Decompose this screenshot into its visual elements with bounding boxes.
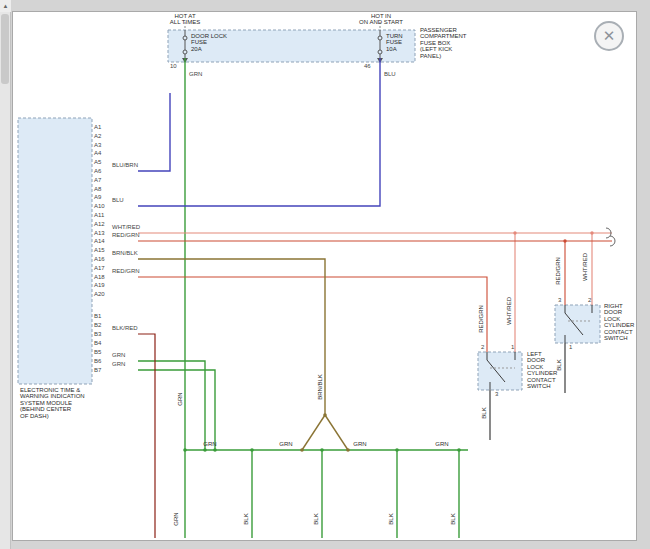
module-wire-label: BLU/BRN	[112, 162, 138, 168]
module-wire-label: GRN	[112, 361, 125, 367]
module-pin-label: A5	[94, 159, 101, 165]
module-pin-label: A8	[94, 186, 101, 192]
bus-label-grn-3: GRN	[350, 441, 370, 447]
right-switch-pin-1: 1	[569, 344, 572, 350]
module-pin-label: B6	[94, 358, 101, 364]
module-pin-label: A20	[94, 291, 105, 297]
door-lock-fuse-label: DOOR LOCK FUSE 20A	[191, 33, 227, 52]
module-label: ELECTRONIC TIME & WARNING INDICATION SYS…	[20, 387, 85, 419]
connector-marks	[606, 228, 615, 246]
wire-brnblk	[138, 259, 348, 450]
module-wire-label: RED/GRN	[112, 268, 140, 274]
wire-blubrn	[138, 93, 170, 171]
wire-blu-fuse	[138, 58, 380, 206]
left-switch-pin-1: 1	[511, 344, 514, 350]
diagram-viewer-window: HOT AT ALL TIMES HOT IN ON AND START DOO…	[0, 0, 650, 549]
left-switch-label: LEFT DOOR LOCK CYLINDER CONTACT SWITCH	[527, 351, 557, 390]
left-switch-pin-3: 3	[495, 391, 498, 397]
module-wire-label: WHT/RED	[112, 224, 140, 230]
module-pin-label: B3	[94, 331, 101, 337]
scrollbar-thumb[interactable]	[1, 14, 9, 84]
wire-label-blk-left-switch: BLK	[481, 396, 487, 430]
fuse-pin-10: 10	[170, 63, 177, 69]
hot-in-on-start-label: HOT IN ON AND START	[350, 13, 412, 26]
module-pin-label: A12	[94, 221, 105, 227]
bus-label-grn-4: GRN	[432, 441, 452, 447]
wire-label-blk-4: BLK	[450, 502, 456, 536]
module-pin-label: B7	[94, 367, 101, 373]
module-pin-label: A2	[94, 133, 101, 139]
module-pin-label: B5	[94, 349, 101, 355]
wire-label-blu-fuse: BLU	[384, 71, 396, 77]
module-wire-label: BLK/RED	[112, 325, 138, 331]
wire-label-whtred-right-switch: WHT/RED	[582, 250, 588, 284]
module-wire-label: BRN/BLK	[112, 250, 138, 256]
left-scrollbar[interactable]: ▲	[0, 0, 11, 549]
right-switch-outline	[555, 305, 600, 343]
module-pin-label: A1	[94, 124, 101, 130]
module-pin-label: B4	[94, 340, 101, 346]
module-pin-label: A13	[94, 230, 105, 236]
component-boxes	[18, 30, 600, 390]
wire-blue	[138, 58, 380, 206]
wire-label-blk-right-switch: BLK	[556, 348, 562, 382]
wire-whtred	[138, 233, 612, 352]
wire-green	[138, 58, 468, 538]
wire-label-whtred-left-switch: WHT/RED	[506, 294, 512, 328]
module-wire-label: GRN	[112, 352, 125, 358]
module-pin-label: A11	[94, 212, 104, 218]
bus-label-grn-1: GRN	[200, 441, 220, 447]
fuse-pin-46: 46	[364, 63, 371, 69]
scrollbar-up-button[interactable]: ▲	[0, 0, 11, 12]
module-pin-label: A19	[94, 282, 105, 288]
left-switch-pin-2: 2	[481, 344, 484, 350]
right-switch-pin-3: 3	[558, 297, 561, 303]
wire-label-redgrn-left-switch: RED/GRN	[478, 302, 484, 336]
right-switch-label: RIGHT DOOR LOCK CYLINDER CONTACT SWITCH	[604, 303, 634, 342]
wire-blkred	[138, 334, 155, 538]
hot-at-all-times-label: HOT AT ALL TIMES	[155, 13, 215, 26]
module-pin-label: A10	[94, 203, 105, 209]
module-pin-label: B2	[94, 322, 101, 328]
right-switch-pin-2: 2	[588, 297, 591, 303]
module-pin-label: A14	[94, 238, 105, 244]
module-pin-label: A16	[94, 256, 105, 262]
wire-label-blk-3: BLK	[388, 502, 394, 536]
wire-redgrn	[138, 241, 612, 352]
module-wire-label: RED/GRN	[112, 232, 140, 238]
wire-label-brnblk-vertical: BRN/BLK	[317, 370, 323, 404]
wire-label-redgrn-right-switch: RED/GRN	[555, 254, 561, 288]
wire-label-grn-vertical: GRN	[177, 382, 183, 416]
turn-fuse-label: TURN FUSE 10A	[386, 33, 403, 52]
module-pin-label: A18	[94, 274, 105, 280]
module-pin-label: A6	[94, 168, 101, 174]
wire-label-blk-1: BLK	[243, 502, 249, 536]
junction-dots	[183, 231, 594, 452]
module-pin-label: A3	[94, 142, 101, 148]
wire-label-blk-2: BLK	[313, 502, 319, 536]
module-pin-label: A7	[94, 177, 101, 183]
close-button[interactable]: ✕	[594, 21, 624, 51]
module-outline	[18, 118, 92, 384]
module-pin-label: A4	[94, 150, 101, 156]
module-pin-label: A15	[94, 247, 105, 253]
module-pin-label: A17	[94, 265, 105, 271]
module-wire-label: BLU	[112, 197, 124, 203]
fusebox-location-label: PASSENGER COMPARTMENT FUSE BOX (LEFT KIC…	[420, 27, 466, 59]
module-pin-label: A9	[94, 194, 101, 200]
wire-label-grn-bottom: GRN	[173, 502, 179, 536]
wire-label-grn-fuse: GRN	[189, 71, 202, 77]
module-pin-label: B1	[94, 313, 101, 319]
bus-label-grn-2: GRN	[276, 441, 296, 447]
